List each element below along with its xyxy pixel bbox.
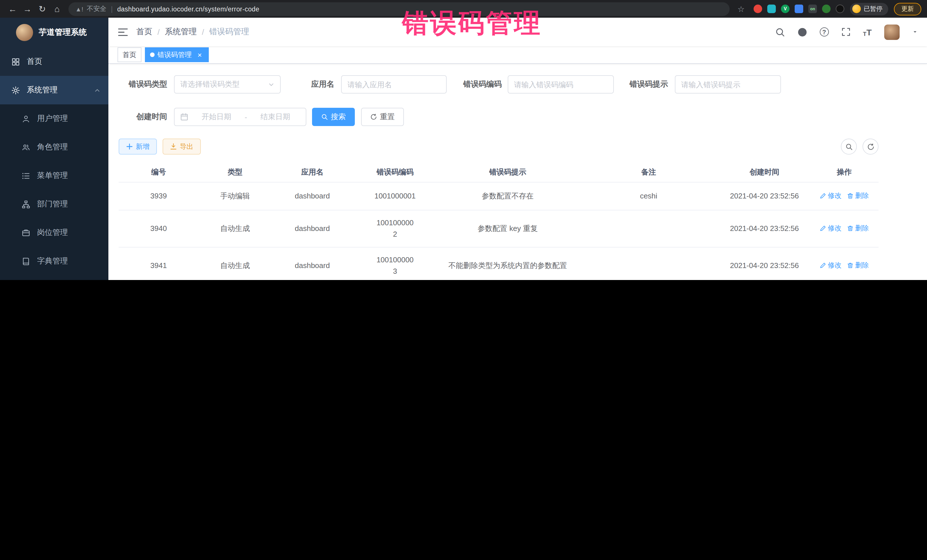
delete-icon [847,193,853,199]
breadcrumb: 首页 / 系统管理 / 错误码管理 [136,27,249,37]
active-dot-icon [150,52,155,57]
hamburger-icon[interactable] [117,27,128,37]
close-tab-icon[interactable]: × [196,51,204,59]
cell-id: 3941 [119,247,199,280]
error-msg-input[interactable] [675,75,781,94]
delete-link[interactable]: 删除 [847,189,869,202]
app-name-input[interactable] [341,75,447,94]
update-button-label: 更新 [901,5,914,13]
edit-link[interactable]: 修改 [820,189,842,202]
error-code-input[interactable] [508,75,614,94]
search-icon[interactable] [775,27,785,37]
home-icon [11,57,20,66]
sidebar-item-label: 系统管理 [27,85,58,95]
browser-home-icon[interactable]: ⌂ [50,2,64,16]
tab-home[interactable]: 首页 [117,47,141,62]
avatar-caret-down-icon[interactable] [912,29,918,35]
paused-badge[interactable]: 已暂停 [850,3,888,15]
cell-id: 3939 [119,182,199,210]
cell-app: dashboard [272,182,353,210]
app-logo[interactable]: 芋道管理系统 [0,18,108,47]
logo-image [16,24,33,41]
export-button[interactable]: 导出 [163,138,201,155]
sidebar-menu: 首页系统管理用户管理角色管理菜单管理部门管理岗位管理字典管理通知公告审计日志在线… [0,47,108,280]
extension-leaf-icon[interactable] [822,5,831,13]
extension-teal-icon[interactable] [767,5,776,13]
bookmark-star-icon[interactable]: ☆ [734,2,748,16]
gear-icon [11,86,20,94]
add-button-label: 新增 [136,142,149,152]
extension-pin-icon[interactable] [836,5,844,13]
table-toolbar: 新增 导出 [119,138,878,155]
delete-link[interactable]: 删除 [847,259,869,272]
edit-link[interactable]: 修改 [820,222,842,235]
toggle-search-button[interactable] [841,138,857,155]
cell-message: 参数配置 key 重复 [437,210,579,247]
chevron-up-icon [94,87,100,93]
breadcrumb-system[interactable]: 系统管理 [165,27,197,37]
column-header: 应用名 [272,162,353,182]
error-type-select[interactable]: 请选择错误码类型 [174,75,281,94]
edit-link[interactable]: 修改 [820,259,842,272]
search-icon [321,114,328,120]
chevron-down-icon [268,81,274,88]
error-msg-label: 错误码提示 [629,79,675,90]
annotation-overlay: 错误码管理 [402,6,542,41]
tab-error-code[interactable]: 错误码管理 × [145,47,209,62]
sidebar-item-menu[interactable]: 菜单管理 [0,161,108,190]
sidebar-item-post[interactable]: 岗位管理 [0,219,108,247]
url-bar[interactable]: ▲! 不安全 | dashboard.yudao.iocoder.cn/syst… [68,2,729,16]
sidebar-item-role[interactable]: 角色管理 [0,133,108,161]
fullscreen-icon[interactable] [841,27,850,36]
user-avatar[interactable] [884,24,900,39]
sidebar-item-dept[interactable]: 部门管理 [0,190,108,219]
reset-button[interactable]: 重置 [361,108,404,126]
help-icon[interactable]: ? [819,27,828,36]
forward-icon[interactable]: → [21,2,34,16]
extension-v-icon[interactable]: V [781,5,790,13]
cell-app: dashboard [272,210,353,247]
page-content: 错误码类型 请选择错误码类型 应用名 错误码编码 [108,64,927,280]
cell-type: 自动生成 [199,247,272,280]
extension-on-icon[interactable]: on [808,5,817,13]
add-button[interactable]: 新增 [119,138,157,155]
sidebar-item-user[interactable]: 用户管理 [0,104,108,133]
tab-label: 首页 [123,50,136,59]
back-icon[interactable]: ← [6,2,20,16]
column-header: 创建时间 [719,162,810,182]
reload-icon[interactable]: ↻ [35,2,49,16]
extension-red-icon[interactable] [754,5,762,13]
sidebar-item-home[interactable]: 首页 [0,47,108,76]
cell-app: dashboard [272,247,353,280]
edit-icon [820,225,826,231]
tab-label: 错误码管理 [158,50,191,59]
security-label: 不安全 [87,5,106,13]
sidebar-item-dict[interactable]: 字典管理 [0,247,108,275]
date-range-picker[interactable]: 开始日期 - 结束日期 [174,108,306,126]
refresh-table-button[interactable] [863,138,878,155]
sidebar-item-label: 岗位管理 [37,228,68,238]
screen: ← → ↻ ⌂ ▲! 不安全 | dashboard.yudao.iocoder… [0,0,927,280]
breadcrumb-separator: / [202,27,204,36]
search-button[interactable]: 搜索 [312,108,355,126]
extension-blue-icon[interactable] [795,5,803,13]
sidebar-item-system[interactable]: 系统管理 [0,76,108,104]
sidebar-item-label: 角色管理 [37,142,68,152]
delete-link[interactable]: 删除 [847,222,869,235]
column-header: 操作 [810,162,878,182]
github-icon[interactable] [797,27,807,37]
font-size-icon[interactable]: TT [863,27,872,37]
toolbar-right [841,138,878,155]
sidebar-item-notice[interactable]: 通知公告 [0,275,108,280]
menu-list-icon [22,171,30,180]
refresh-icon [370,114,377,120]
cell-remark [579,247,719,280]
calendar-icon [180,113,188,121]
table-row: 3941自动生成dashboard1001000003不能删除类型为系统内置的参… [119,247,878,280]
update-button[interactable]: 更新 [894,3,921,15]
breadcrumb-home[interactable]: 首页 [136,27,152,37]
users-icon [22,143,30,152]
date-separator: - [243,112,248,121]
omnibox-divider: | [111,5,112,12]
edit-icon [820,262,826,268]
